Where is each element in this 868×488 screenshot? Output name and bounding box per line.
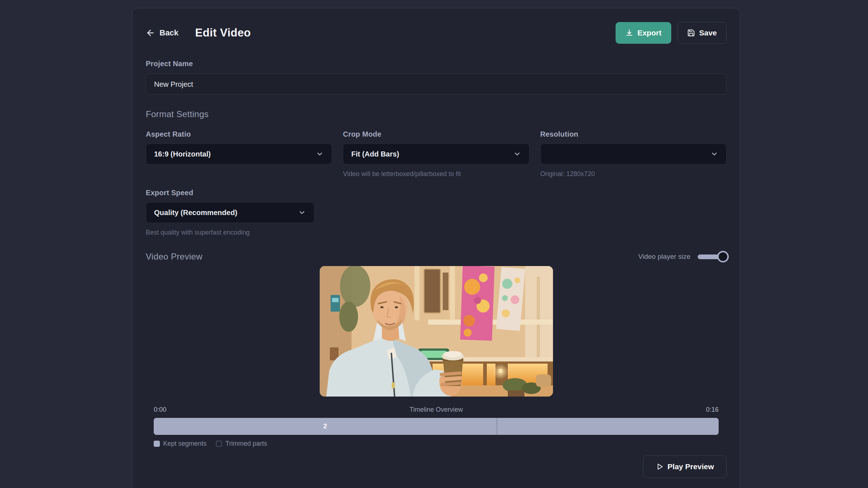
player-size-label: Video player size [638,253,690,261]
export-speed-value: Quality (Recommended) [154,209,237,217]
save-label: Save [699,29,717,37]
export-speed-select[interactable]: Quality (Recommended) [146,202,314,223]
player-size-slider-thumb[interactable] [717,251,729,262]
page-title: Edit Video [195,26,251,39]
play-preview-label: Play Preview [668,462,714,471]
timeline-bar[interactable]: 2 [154,418,719,435]
resolution-select[interactable] [540,144,727,164]
timeline-overview: 0:00 Timeline Overview 0:16 2 Kept segme… [154,406,719,448]
back-label: Back [159,28,179,38]
resolution-label: Resolution [540,130,727,138]
crop-mode-field: Crop Mode Fit (Add Bars) Video will be l… [343,130,529,178]
arrow-left-icon [146,28,155,38]
timeline-segment[interactable] [497,418,719,435]
download-icon [625,29,633,37]
segment-label: 2 [323,423,327,430]
resolution-helper: Original: 1280x720 [540,170,727,178]
chevron-down-icon [710,150,718,158]
export-button[interactable]: Export [616,22,671,44]
crop-mode-helper: Video will be letterboxed/pillarboxed to… [343,170,529,178]
project-name-label: Project Name [146,60,727,68]
project-name-value: New Project [154,80,193,89]
save-button[interactable]: Save [677,22,727,44]
crop-mode-label: Crop Mode [343,130,529,138]
export-speed-field: Export Speed Quality (Recommended) Best … [146,189,332,236]
player-size-slider[interactable] [698,254,727,259]
legend-trimmed-label: Trimmed parts [225,440,267,448]
chevron-down-icon [513,150,521,158]
edit-video-panel: Back Edit Video Export Save [132,8,740,488]
save-icon [687,29,695,37]
video-preview-title: Video Preview [146,252,203,262]
timeline-segment[interactable]: 2 [154,418,497,435]
aspect-ratio-label: Aspect Ratio [146,130,332,138]
crop-mode-select[interactable]: Fit (Add Bars) [343,144,529,164]
timeline-title: Timeline Overview [409,406,463,414]
aspect-ratio-value: 16:9 (Horizontal) [154,150,211,158]
aspect-ratio-field: Aspect Ratio 16:9 (Horizontal) [146,130,332,178]
aspect-ratio-select[interactable]: 16:9 (Horizontal) [146,144,332,164]
format-settings-title: Format Settings [146,109,727,119]
export-speed-helper: Best quality with superfast encoding [146,229,332,236]
legend-kept: Kept segments [154,440,207,448]
export-speed-label: Export Speed [146,189,332,197]
legend-trimmed: Trimmed parts [216,440,267,448]
play-preview-button[interactable]: Play Preview [643,455,727,478]
project-name-input[interactable]: New Project [146,74,727,95]
play-icon [656,463,664,471]
timeline-end-time: 0:16 [706,406,719,414]
export-label: Export [637,29,661,37]
video-preview-player[interactable] [320,266,553,397]
kept-segment-swatch [154,441,160,447]
crop-mode-value: Fit (Add Bars) [351,150,399,158]
legend-kept-label: Kept segments [163,440,207,448]
header: Back Edit Video Export Save [146,22,727,44]
chevron-down-icon [298,209,306,217]
video-still-illustration [320,266,553,397]
timeline-start-time: 0:00 [154,406,166,414]
resolution-field: Resolution Original: 1280x720 [540,130,727,178]
trimmed-parts-swatch [216,441,222,447]
chevron-down-icon [316,150,324,158]
back-button[interactable]: Back [146,28,179,38]
